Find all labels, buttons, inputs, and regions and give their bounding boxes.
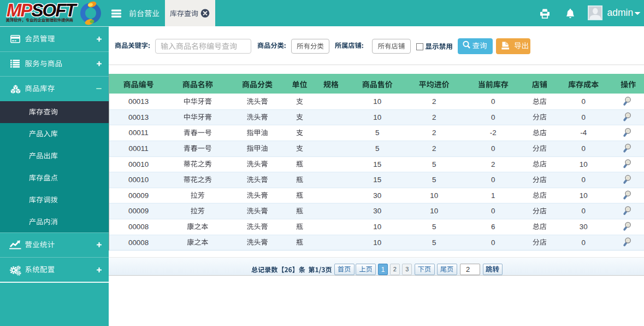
svg-text:0: 0	[491, 176, 495, 184]
svg-text:5: 5	[375, 129, 379, 137]
svg-text:2: 2	[432, 97, 436, 106]
svg-text:10: 10	[373, 97, 381, 106]
svg-text:0: 0	[491, 207, 495, 215]
svg-text:0: 0	[581, 97, 585, 106]
svg-text:5: 5	[432, 223, 436, 231]
svg-text:00010: 00010	[128, 160, 149, 168]
svg-text:2: 2	[432, 113, 436, 121]
svg-text:2: 2	[432, 129, 436, 137]
svg-text:6: 6	[491, 223, 495, 231]
svg-text:1: 1	[381, 266, 385, 273]
svg-text:30: 30	[373, 207, 381, 215]
svg-text:00008: 00008	[128, 238, 149, 247]
svg-text:30: 30	[580, 223, 588, 231]
svg-text:0: 0	[581, 207, 585, 215]
svg-text:0: 0	[581, 238, 585, 247]
svg-text:5: 5	[432, 160, 436, 168]
svg-text:10: 10	[430, 207, 438, 215]
svg-text:2: 2	[393, 266, 397, 272]
svg-text:0: 0	[581, 113, 585, 121]
svg-text:2: 2	[432, 144, 436, 153]
svg-text:10: 10	[580, 191, 588, 200]
svg-text:1: 1	[491, 191, 495, 200]
svg-text:10: 10	[373, 223, 381, 231]
svg-text:15: 15	[373, 176, 381, 184]
svg-text:2: 2	[491, 160, 495, 168]
svg-text:0: 0	[491, 113, 495, 121]
svg-text:00008: 00008	[128, 223, 149, 231]
svg-text:10: 10	[580, 160, 588, 168]
svg-text:admin: admin	[607, 7, 634, 18]
svg-text:00010: 00010	[128, 176, 149, 184]
svg-text:00013: 00013	[128, 113, 149, 121]
svg-text:0: 0	[491, 144, 495, 153]
svg-text:3: 3	[405, 266, 409, 272]
svg-text:5: 5	[375, 144, 379, 153]
svg-text:0: 0	[581, 144, 585, 153]
svg-text:00009: 00009	[128, 191, 149, 200]
svg-text:00009: 00009	[128, 207, 149, 215]
svg-text:0: 0	[491, 97, 495, 106]
svg-text:00011: 00011	[128, 144, 148, 153]
svg-text:00011: 00011	[128, 129, 148, 137]
svg-text:5: 5	[432, 238, 436, 247]
svg-text:-2: -2	[490, 129, 497, 137]
svg-text:10: 10	[373, 238, 381, 247]
svg-text:10: 10	[430, 191, 438, 200]
svg-text:0: 0	[491, 238, 495, 247]
svg-text:2: 2	[466, 265, 470, 273]
svg-text:30: 30	[373, 191, 381, 200]
svg-text:-4: -4	[580, 129, 587, 137]
svg-text:00013: 00013	[128, 97, 149, 106]
svg-text:5: 5	[432, 176, 436, 184]
svg-text:10: 10	[373, 113, 381, 121]
svg-text:15: 15	[373, 160, 381, 168]
svg-text:0: 0	[581, 176, 585, 184]
